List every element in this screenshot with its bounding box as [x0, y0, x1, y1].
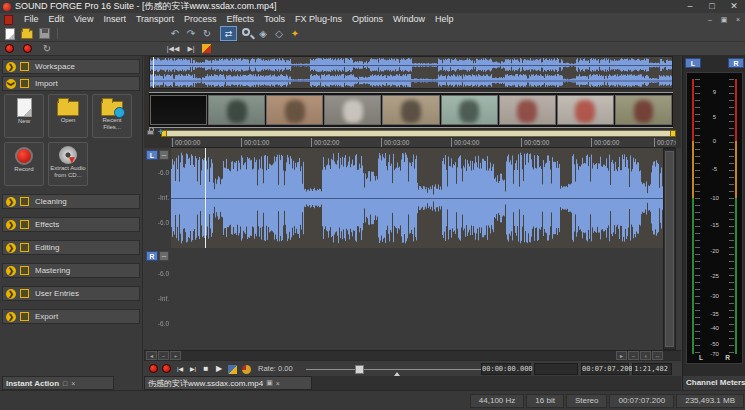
undo-button[interactable]: ↶: [168, 27, 182, 40]
menu-help[interactable]: Help: [430, 13, 459, 26]
video-frame[interactable]: [499, 95, 556, 125]
menu-fx-plugins[interactable]: FX Plug-Ins: [290, 13, 347, 26]
channel-meters-title[interactable]: Channel Meters □: [683, 376, 745, 390]
menu-effects[interactable]: Effects: [222, 13, 259, 26]
loop-playback-button[interactable]: ↻: [40, 42, 54, 55]
zoom-out-full-button[interactable]: −: [628, 351, 639, 360]
go-to-end-button[interactable]: ▶|: [184, 42, 198, 55]
zoom-normal-button[interactable]: ＋: [640, 351, 651, 360]
zoom-selection-button[interactable]: ▸: [616, 351, 627, 360]
expand-arrow-icon[interactable]: ❯: [6, 266, 16, 276]
record-button[interactable]: [162, 364, 171, 373]
import-new-button[interactable]: New: [4, 94, 44, 138]
close-button[interactable]: ✕: [723, 0, 745, 13]
menu-process[interactable]: Process: [179, 13, 222, 26]
expand-arrow-icon[interactable]: ❯: [6, 197, 16, 207]
go-to-start-button[interactable]: |◀: [174, 363, 186, 375]
scrub-control-icon[interactable]: [242, 365, 251, 374]
scroll-left-button[interactable]: ◂: [146, 351, 157, 360]
lock-icon[interactable]: [147, 130, 154, 135]
repeat-button[interactable]: ↻: [200, 27, 214, 40]
expand-arrow-icon[interactable]: ❯: [6, 312, 16, 322]
new-file-button[interactable]: [5, 28, 15, 40]
video-frame[interactable]: [615, 95, 672, 125]
record-remote-button[interactable]: [5, 44, 14, 53]
restore-window-icon[interactable]: ▣: [266, 379, 273, 387]
loop-region-bar[interactable]: [161, 130, 676, 137]
redo-button[interactable]: ↷: [184, 27, 198, 40]
stop-button[interactable]: ■: [200, 363, 212, 375]
menu-window[interactable]: Window: [388, 13, 430, 26]
video-frame[interactable]: [382, 95, 439, 125]
import-record-button[interactable]: Record: [4, 142, 44, 186]
magnify-tool-button[interactable]: [242, 28, 250, 36]
expand-arrow-icon[interactable]: ❯: [6, 243, 16, 253]
right-channel-minimize[interactable]: –: [159, 251, 169, 261]
video-frame[interactable]: [150, 95, 207, 125]
expand-arrow-icon[interactable]: ❯: [6, 62, 16, 72]
menu-edit[interactable]: Edit: [44, 13, 70, 26]
video-frame[interactable]: [208, 95, 265, 125]
instant-action-tab[interactable]: Instant Action □ ×: [2, 376, 114, 390]
expand-arrow-icon[interactable]: ❯: [6, 289, 16, 299]
close-icon[interactable]: ×: [276, 380, 280, 387]
import-extract-cd-button[interactable]: ▼ Extract Audio from CD...: [48, 142, 88, 186]
record-remote-button[interactable]: [149, 364, 158, 373]
section-user-entries[interactable]: ❯ User Entries: [2, 286, 140, 301]
video-frame[interactable]: [557, 95, 614, 125]
touch-tool-button[interactable]: ✦: [288, 27, 302, 40]
overview-left-channel[interactable]: [150, 57, 672, 73]
meter-left-button[interactable]: L: [685, 58, 701, 68]
right-channel-button[interactable]: R: [146, 251, 158, 261]
menu-transport[interactable]: Transport: [131, 13, 179, 26]
right-channel-waveform[interactable]: [171, 148, 663, 248]
left-channel-minimize[interactable]: –: [159, 150, 169, 160]
length-display[interactable]: 1:21,482: [632, 363, 672, 375]
go-to-end-button[interactable]: ▶|: [187, 363, 199, 375]
menu-tools[interactable]: Tools: [259, 13, 290, 26]
import-recent-files-button[interactable]: Recent Files...: [92, 94, 132, 138]
section-editing[interactable]: ❯ Editing: [2, 240, 140, 255]
scrollbar-thumb[interactable]: [665, 151, 674, 347]
doc-restore-button[interactable]: ▣: [717, 14, 731, 26]
float-window-icon[interactable]: □: [63, 380, 67, 387]
time-ruler[interactable]: 00:00:00 00:01:00 00:02:00 00:03:00 00:0…: [171, 138, 676, 148]
overview-right-channel[interactable]: [150, 73, 672, 88]
record-button[interactable]: [23, 44, 32, 53]
vertical-scrollbar[interactable]: [663, 148, 676, 350]
end-time-display[interactable]: 00:07:07.200: [581, 363, 629, 375]
cursor-time-display[interactable]: 00:00:00.000: [481, 363, 531, 375]
menu-file[interactable]: File: [19, 13, 44, 26]
menu-options[interactable]: Options: [347, 13, 388, 26]
import-open-button[interactable]: Open: [48, 94, 88, 138]
section-workspace[interactable]: ❯ Workspace: [2, 59, 140, 74]
section-effects[interactable]: ❯ Effects: [2, 217, 140, 232]
collapse-arrow-icon[interactable]: ❯: [6, 79, 16, 89]
play-device-button[interactable]: [228, 365, 237, 374]
go-to-start-button[interactable]: |◀◀: [166, 42, 180, 55]
play-button[interactable]: ▶: [213, 363, 225, 375]
open-file-button[interactable]: [21, 30, 33, 39]
rate-slider[interactable]: [306, 369, 481, 370]
minimize-button[interactable]: –: [679, 0, 701, 13]
zoom-in-time-button[interactable]: +: [170, 351, 181, 360]
scroll-right-button[interactable]: ↔: [652, 351, 663, 360]
expand-arrow-icon[interactable]: ❯: [6, 220, 16, 230]
event-tool-button[interactable]: ◈: [256, 27, 270, 40]
rate-slider-thumb[interactable]: [355, 365, 364, 374]
section-import[interactable]: ❯ Import: [2, 76, 140, 91]
left-channel-button[interactable]: L: [146, 150, 158, 160]
video-frame[interactable]: [324, 95, 381, 125]
section-cleaning[interactable]: ❯ Cleaning: [2, 194, 140, 209]
zoom-out-time-button[interactable]: −: [158, 351, 169, 360]
close-icon[interactable]: ×: [71, 380, 75, 387]
pencil-tool-button[interactable]: ◇: [272, 27, 286, 40]
marker-drop-button[interactable]: [202, 44, 211, 53]
save-button[interactable]: [39, 28, 50, 39]
selection-time-display[interactable]: [534, 363, 578, 375]
doc-minimize-button[interactable]: –: [703, 14, 717, 26]
menu-insert[interactable]: Insert: [98, 13, 131, 26]
video-frame[interactable]: [266, 95, 323, 125]
section-mastering[interactable]: ❯ Mastering: [2, 263, 140, 278]
maximize-button[interactable]: □: [701, 0, 723, 13]
